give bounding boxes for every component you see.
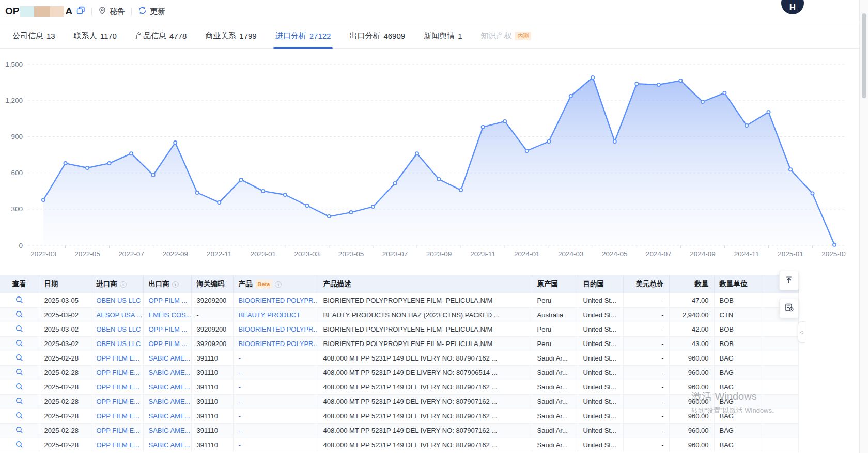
user-avatar[interactable]: H: [781, 0, 804, 14]
exporter-link[interactable]: SABIC AME...: [149, 354, 191, 362]
collapse-panel-handle[interactable]: <: [798, 321, 805, 343]
usd-total-cell: -: [623, 424, 669, 438]
view-record-cell[interactable]: [0, 322, 39, 337]
view-record-cell[interactable]: [0, 351, 39, 366]
importer-link[interactable]: OPP FILM E...: [97, 354, 140, 362]
view-record-cell[interactable]: [0, 395, 39, 409]
data-point-marker: [240, 178, 243, 181]
tab-import-analysis[interactable]: 进口分析27122: [268, 23, 338, 48]
copy-company-name-button[interactable]: [76, 6, 85, 17]
product-link[interactable]: BIOORIENTED POLYPR...: [239, 325, 318, 333]
exporter-cell: OPP FILM ...: [143, 322, 191, 337]
exporter-link[interactable]: SABIC AME...: [149, 412, 191, 420]
data-point-marker: [328, 215, 331, 218]
tab-contacts[interactable]: 联系人1170: [67, 23, 124, 48]
view-record-cell[interactable]: [0, 409, 39, 424]
product-link[interactable]: -: [239, 369, 241, 377]
magnifier-icon[interactable]: [16, 341, 23, 349]
magnifier-icon[interactable]: [16, 413, 23, 421]
product-link[interactable]: -: [239, 398, 241, 405]
quantity-cell: 47.00: [669, 293, 714, 308]
scrollbar-thumb[interactable]: [862, 13, 866, 98]
back-to-top-button[interactable]: [779, 271, 799, 290]
x-axis-tick-label: 2022-03: [30, 250, 56, 258]
importer-link[interactable]: OPP FILM E...: [97, 412, 140, 420]
magnifier-icon[interactable]: [16, 428, 23, 435]
info-icon[interactable]: [275, 281, 282, 288]
importer-link[interactable]: OPP FILM E...: [97, 383, 140, 391]
tab-company-info[interactable]: 公司信息13: [5, 23, 63, 48]
info-icon[interactable]: [120, 281, 127, 288]
info-icon[interactable]: [172, 281, 179, 288]
importer-link[interactable]: OBEN US LLC: [97, 296, 141, 304]
import-trend-area-chart[interactable]: 03006009001,2001,5002022-032022-052022-0…: [0, 49, 846, 261]
origin-country-cell: Saudi Ar...: [532, 351, 578, 366]
tab-business-relations[interactable]: 商业关系1799: [198, 23, 264, 48]
magnifier-icon[interactable]: [16, 326, 23, 334]
magnifier-icon[interactable]: [16, 298, 23, 305]
importer-link[interactable]: AESOP USA ...: [97, 311, 143, 319]
dest-country-cell: United St...: [578, 409, 623, 424]
exporter-link[interactable]: SABIC AME...: [149, 441, 191, 449]
exporter-link[interactable]: SABIC AME...: [149, 398, 191, 405]
browse-history-button[interactable]: [779, 299, 799, 318]
x-axis-tick-label: 2022-07: [118, 250, 144, 258]
importer-link[interactable]: OBEN US LLC: [97, 340, 141, 348]
tab-export-analysis[interactable]: 出口分析46909: [342, 23, 412, 48]
magnifier-icon[interactable]: [16, 355, 23, 363]
magnifier-icon[interactable]: [16, 370, 23, 378]
view-record-cell[interactable]: [0, 380, 39, 395]
exporter-link[interactable]: OPP FILM ...: [149, 296, 188, 304]
tab-news-sentiment[interactable]: 新闻舆情1: [416, 23, 469, 48]
tab-product-info[interactable]: 产品信息4778: [128, 23, 194, 48]
data-point-marker: [503, 120, 506, 123]
product-link[interactable]: -: [239, 354, 241, 362]
data-point-marker: [811, 192, 814, 195]
exporter-link[interactable]: EMEIS COS...: [149, 311, 192, 319]
refresh-button[interactable]: [138, 6, 147, 17]
exporter-link[interactable]: OPP FILM ...: [149, 325, 188, 333]
exporter-link[interactable]: OPP FILM ...: [149, 340, 188, 348]
view-record-cell[interactable]: [0, 293, 39, 308]
beta-test-badge: 内测: [515, 32, 531, 40]
importer-link[interactable]: OBEN US LLC: [97, 325, 141, 333]
importer-link[interactable]: OPP FILM E...: [97, 427, 140, 434]
view-record-cell[interactable]: [0, 337, 39, 351]
importer-cell: OPP FILM E...: [91, 424, 143, 438]
page-scrollbar[interactable]: [859, 0, 868, 453]
magnifier-icon[interactable]: [16, 312, 23, 320]
product-link[interactable]: -: [239, 383, 241, 391]
data-point-marker: [525, 149, 529, 152]
product-link[interactable]: -: [239, 427, 241, 434]
magnifier-icon[interactable]: [16, 384, 23, 392]
product-link[interactable]: -: [239, 412, 241, 420]
importer-link[interactable]: OPP FILM E...: [97, 441, 140, 449]
magnifier-icon[interactable]: [16, 442, 23, 450]
exporter-link[interactable]: SABIC AME...: [149, 427, 191, 434]
view-record-cell[interactable]: [0, 366, 39, 380]
beta-badge: Beta: [255, 280, 273, 289]
x-axis-tick-label: 2023-11: [470, 250, 495, 258]
exporter-link[interactable]: SABIC AME...: [149, 383, 191, 391]
view-record-cell[interactable]: [0, 438, 39, 452]
quantity-unit-cell: CTN: [714, 308, 761, 322]
quantity-unit-cell: BAG: [714, 424, 761, 438]
magnifier-icon[interactable]: [16, 399, 23, 407]
usd-total-cell: -: [623, 380, 669, 395]
product-link[interactable]: -: [239, 441, 241, 449]
x-axis-tick-label: 2024-05: [602, 250, 628, 258]
hs-code-cell: 39209200: [191, 322, 233, 337]
refresh-label[interactable]: 更新: [150, 7, 165, 17]
view-record-cell[interactable]: [0, 424, 39, 438]
importer-link[interactable]: OPP FILM E...: [97, 398, 140, 405]
exporter-link[interactable]: SABIC AME...: [149, 369, 191, 377]
product-link[interactable]: BIOORIENTED POLYPR...: [239, 296, 318, 304]
hs-code-cell: 391110: [191, 351, 233, 366]
exporter-cell: SABIC AME...: [143, 438, 191, 452]
product-link[interactable]: BIOORIENTED POLYPR...: [239, 340, 318, 348]
x-axis-tick-label: 2024-01: [514, 250, 540, 258]
view-record-cell[interactable]: [0, 308, 39, 322]
importer-link[interactable]: OPP FILM E...: [97, 369, 140, 377]
product-link[interactable]: BEAUTY PRODUCT: [239, 311, 301, 319]
tab-intellectual-property[interactable]: 知识产权 内测: [473, 23, 538, 48]
